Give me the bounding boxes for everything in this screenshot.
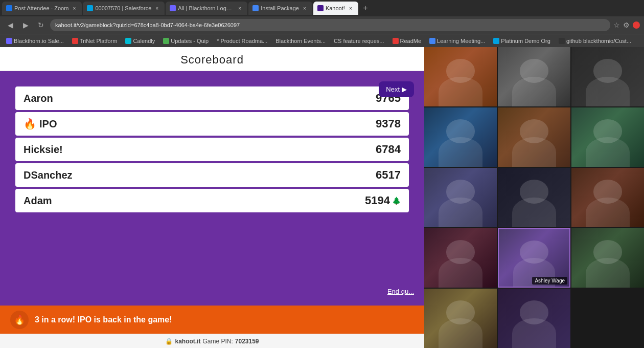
new-tab-button[interactable]: + bbox=[359, 2, 372, 14]
bookmark-quip[interactable]: Updates - Quip bbox=[161, 37, 211, 45]
tab-favicon-sf bbox=[87, 5, 93, 11]
score-name-dsanchez: DSanchez bbox=[24, 169, 73, 181]
bookmark-events[interactable]: Blackthorn Events... bbox=[273, 37, 328, 45]
tab-close-blackthorn[interactable]: × bbox=[236, 5, 243, 12]
video-cell-empty bbox=[571, 289, 644, 348]
bookmark-platinum[interactable]: Platinum Demo Org bbox=[491, 37, 553, 45]
score-value-dsanchez: 6517 bbox=[376, 168, 401, 182]
bookmark-blackthorn-sale[interactable]: Blackthorn.io Sale... bbox=[4, 37, 66, 45]
bookmark-trinet[interactable]: TriNet Platform bbox=[70, 37, 120, 45]
tab-sf[interactable]: 00007570 | Salesforce × bbox=[83, 2, 165, 15]
bookmark-label-1: Blackthorn.io Sale... bbox=[14, 38, 64, 44]
avatar-body-13 bbox=[439, 318, 482, 348]
next-arrow-icon: ▶ bbox=[402, 85, 407, 93]
score-value-adam: 5194 🌲 bbox=[365, 194, 401, 207]
forward-button[interactable]: ▶ bbox=[19, 19, 32, 31]
tab-close-kahoot[interactable]: × bbox=[347, 5, 354, 12]
reload-button[interactable]: ↻ bbox=[35, 19, 47, 31]
person-silhouette-9 bbox=[571, 168, 644, 227]
scoreboard-title: Scoreboard bbox=[0, 53, 424, 67]
avatar-body-7 bbox=[439, 198, 482, 227]
score-value-hicksie: 6784 bbox=[376, 143, 401, 156]
score-value-ipo: 9378 bbox=[376, 117, 401, 130]
bookmark-star-icon[interactable]: ☆ bbox=[613, 21, 620, 29]
bookmark-favicon-8 bbox=[393, 38, 399, 44]
tab-favicon-kahoot bbox=[317, 5, 324, 11]
kahoot-area: Scoreboard Next ▶ Aaron 9765 🔥IPO bbox=[0, 47, 424, 348]
next-button[interactable]: Next ▶ bbox=[379, 81, 414, 97]
video-cell-13 bbox=[424, 289, 497, 348]
tab-favicon-zoom bbox=[6, 5, 12, 11]
score-name-adam: Adam bbox=[24, 195, 52, 207]
score-name-hicksie: Hicksie! bbox=[24, 144, 63, 156]
bookmark-github[interactable]: github blackthornio/Cust... bbox=[557, 37, 633, 45]
video-cell-4 bbox=[424, 107, 497, 167]
bookmark-label-10: Platinum Demo Org bbox=[501, 38, 550, 44]
tab-label-blackthorn: All | Blackthorn Logs | Salesfo... bbox=[178, 5, 234, 11]
tab-close-sf[interactable]: × bbox=[153, 5, 160, 12]
score-name-ipo: 🔥IPO bbox=[24, 118, 57, 130]
tab-blackthorn[interactable]: All | Blackthorn Logs | Salesfo... × bbox=[166, 2, 247, 15]
end-quiz-label: End qu... bbox=[387, 288, 414, 295]
score-row-aaron: Aaron 9765 bbox=[15, 86, 409, 110]
person-silhouette-12 bbox=[571, 228, 644, 288]
avatar-body-14 bbox=[512, 318, 556, 348]
game-pin-label: Game PIN: bbox=[202, 338, 233, 345]
tab-favicon-install bbox=[252, 5, 259, 11]
bookmark-roadmap[interactable]: * Product Roadma... bbox=[215, 37, 269, 45]
bookmark-label-6: Blackthorn Events... bbox=[275, 38, 326, 44]
bookmark-label-9: Learning Meeting... bbox=[437, 38, 485, 44]
score-row-dsanchez: DSanchez 6517 bbox=[15, 163, 409, 187]
avatar-body-8 bbox=[512, 198, 556, 227]
end-quiz-button[interactable]: End qu... bbox=[387, 288, 414, 295]
person-silhouette-2 bbox=[498, 47, 570, 106]
tab-label-sf: 00007570 | Salesforce bbox=[95, 5, 151, 11]
video-cell-5 bbox=[498, 107, 570, 167]
bookmark-label-7: CS feature reques... bbox=[334, 38, 384, 44]
tab-install[interactable]: Install Package × bbox=[248, 2, 312, 15]
avatar-body-10 bbox=[439, 258, 482, 288]
score-row-adam: Adam 5194 🌲 bbox=[15, 189, 409, 212]
video-cell-14 bbox=[498, 289, 570, 348]
tab-zoom[interactable]: Post Attendee - Zoom × bbox=[2, 2, 82, 15]
video-cell-3 bbox=[571, 47, 644, 106]
avatar-body-4 bbox=[439, 137, 482, 167]
score-row-ipo: 🔥IPO 9378 bbox=[15, 112, 409, 136]
video-cell-6 bbox=[571, 107, 644, 167]
person-silhouette-1 bbox=[424, 47, 497, 106]
bookmark-favicon-1 bbox=[6, 38, 12, 44]
video-cell-8 bbox=[498, 168, 570, 227]
video-cell-ashley: Ashley Wage bbox=[498, 228, 570, 288]
close-window-icon[interactable] bbox=[633, 21, 640, 29]
bookmark-favicon-11 bbox=[559, 38, 565, 44]
video-cell-10 bbox=[424, 228, 497, 288]
scoreboard-list: Aaron 9765 🔥IPO 9378 Hicksie! 6784 bbox=[15, 86, 409, 295]
bookmark-favicon-3 bbox=[125, 38, 131, 44]
kahoot-body: Next ▶ Aaron 9765 🔥IPO 9378 bbox=[0, 71, 424, 306]
kahoot-page-header: Scoreboard bbox=[0, 47, 424, 71]
bookmark-cs-feature[interactable]: CS feature reques... bbox=[332, 37, 386, 45]
bookmark-favicon-9 bbox=[429, 38, 435, 44]
bookmark-label-11: github blackthornio/Cust... bbox=[566, 38, 631, 44]
streak-message: 3 in a row! IPO is back in the game! bbox=[35, 315, 172, 324]
bookmark-label-5: * Product Roadma... bbox=[217, 38, 267, 44]
extension-icon[interactable]: ⚙ bbox=[623, 21, 630, 29]
person-silhouette-7 bbox=[424, 168, 497, 227]
person-silhouette-4 bbox=[424, 107, 497, 167]
bookmark-calendly[interactable]: Calendly bbox=[123, 37, 157, 45]
bookmark-favicon-2 bbox=[72, 38, 78, 44]
bookmark-favicon-4 bbox=[163, 38, 169, 44]
lock-icon: 🔒 bbox=[165, 338, 173, 345]
tab-label-kahoot: Kahoot! bbox=[326, 5, 345, 11]
kahoot-game-bar: 🔒 kahoot.it Game PIN: 7023159 bbox=[0, 334, 424, 348]
back-button[interactable]: ◀ bbox=[4, 19, 16, 31]
address-input[interactable] bbox=[50, 19, 610, 31]
tab-kahoot[interactable]: Kahoot! × bbox=[313, 2, 358, 15]
tab-label-zoom: Post Attendee - Zoom bbox=[14, 5, 68, 11]
kahoot-footer: 🔥 3 in a row! IPO is back in the game! bbox=[0, 306, 424, 334]
fire-emoji-ipo: 🔥 bbox=[24, 118, 36, 130]
tab-close-install[interactable]: × bbox=[301, 5, 308, 12]
tab-close-zoom[interactable]: × bbox=[71, 5, 78, 12]
bookmark-learning[interactable]: Learning Meeting... bbox=[427, 37, 487, 45]
bookmark-readme[interactable]: ReadMe bbox=[390, 37, 424, 45]
